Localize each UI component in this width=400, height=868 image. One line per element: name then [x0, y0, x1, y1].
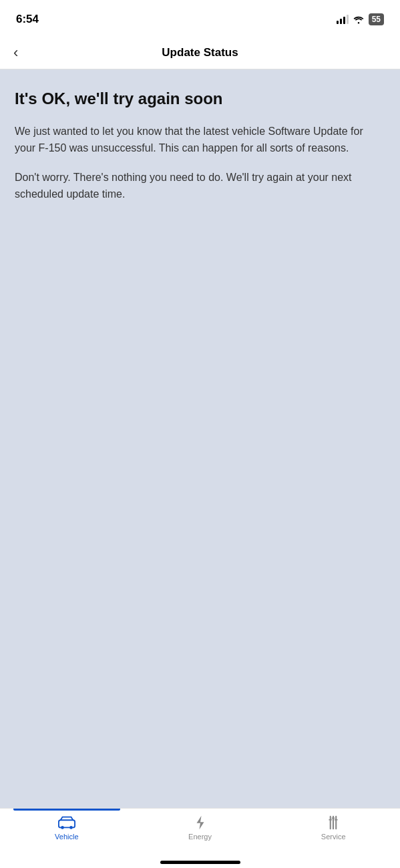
svg-point-1 [61, 826, 64, 829]
energy-icon [192, 815, 209, 830]
content-body: We just wanted to let you know that the … [15, 124, 385, 203]
tab-service-label: Service [321, 833, 346, 841]
status-bar: 6:54 55 [0, 0, 400, 36]
content-paragraph-1: We just wanted to let you know that the … [15, 124, 385, 157]
svg-rect-0 [59, 820, 75, 827]
status-icons: 55 [337, 13, 384, 25]
content-paragraph-2: Don't worry. There's nothing you need to… [15, 170, 385, 203]
nav-title: Update Status [162, 46, 238, 59]
status-time: 6:54 [16, 13, 39, 26]
tab-energy[interactable]: Energy [134, 815, 267, 841]
nav-header: ‹ Update Status [0, 36, 400, 69]
tab-energy-label: Energy [188, 833, 212, 841]
main-content: It's OK, we'll try again soon We just wa… [0, 69, 400, 808]
content-heading: It's OK, we'll try again soon [15, 89, 385, 109]
tab-bar: Vehicle Energy Service [0, 808, 400, 868]
service-icon [325, 815, 342, 830]
back-button[interactable]: ‹ [13, 45, 18, 60]
svg-point-2 [69, 826, 73, 829]
signal-bars-icon [337, 15, 349, 24]
tab-vehicle-label: Vehicle [55, 833, 78, 841]
battery-indicator: 55 [369, 13, 384, 25]
home-indicator [160, 861, 240, 864]
battery-level: 55 [372, 15, 381, 24]
wifi-icon [353, 15, 365, 24]
vehicle-icon [58, 815, 75, 830]
tab-service[interactable]: Service [266, 815, 400, 841]
tab-vehicle[interactable]: Vehicle [0, 815, 134, 841]
